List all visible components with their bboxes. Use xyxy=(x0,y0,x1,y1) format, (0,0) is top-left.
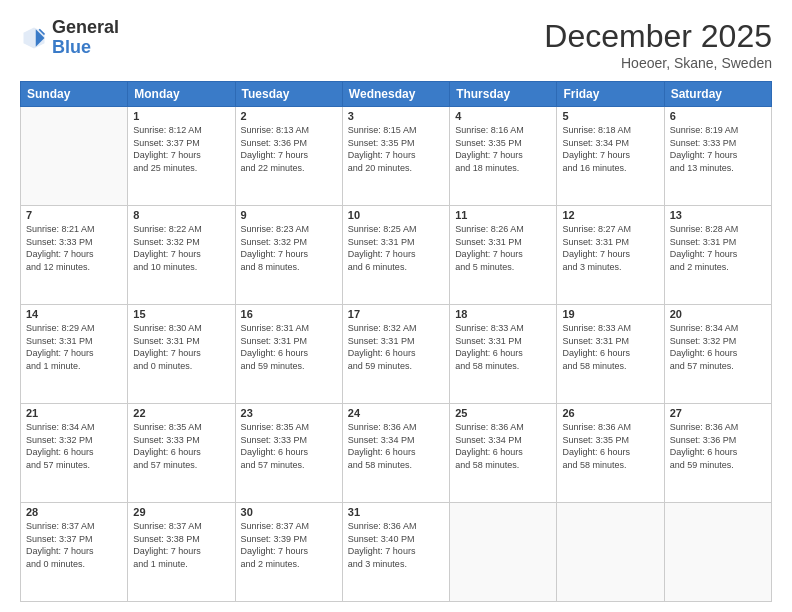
weekday-header-tuesday: Tuesday xyxy=(235,82,342,107)
day-info: Sunrise: 8:21 AM Sunset: 3:33 PM Dayligh… xyxy=(26,223,122,273)
calendar-cell: 16Sunrise: 8:31 AM Sunset: 3:31 PM Dayli… xyxy=(235,305,342,404)
weekday-header-saturday: Saturday xyxy=(664,82,771,107)
weekday-header-friday: Friday xyxy=(557,82,664,107)
day-number: 9 xyxy=(241,209,337,221)
day-info: Sunrise: 8:22 AM Sunset: 3:32 PM Dayligh… xyxy=(133,223,229,273)
calendar-cell xyxy=(557,503,664,602)
calendar-cell: 9Sunrise: 8:23 AM Sunset: 3:32 PM Daylig… xyxy=(235,206,342,305)
day-number: 12 xyxy=(562,209,658,221)
page: General Blue December 2025 Hoeoer, Skane… xyxy=(0,0,792,612)
month-title: December 2025 xyxy=(544,18,772,55)
day-number: 26 xyxy=(562,407,658,419)
calendar-cell: 6Sunrise: 8:19 AM Sunset: 3:33 PM Daylig… xyxy=(664,107,771,206)
day-info: Sunrise: 8:33 AM Sunset: 3:31 PM Dayligh… xyxy=(562,322,658,372)
calendar-cell: 27Sunrise: 8:36 AM Sunset: 3:36 PM Dayli… xyxy=(664,404,771,503)
day-info: Sunrise: 8:15 AM Sunset: 3:35 PM Dayligh… xyxy=(348,124,444,174)
week-row-4: 28Sunrise: 8:37 AM Sunset: 3:37 PM Dayli… xyxy=(21,503,772,602)
day-number: 17 xyxy=(348,308,444,320)
calendar-table: SundayMondayTuesdayWednesdayThursdayFrid… xyxy=(20,81,772,602)
day-info: Sunrise: 8:27 AM Sunset: 3:31 PM Dayligh… xyxy=(562,223,658,273)
calendar-cell xyxy=(21,107,128,206)
calendar-cell: 2Sunrise: 8:13 AM Sunset: 3:36 PM Daylig… xyxy=(235,107,342,206)
week-row-2: 14Sunrise: 8:29 AM Sunset: 3:31 PM Dayli… xyxy=(21,305,772,404)
week-row-0: 1Sunrise: 8:12 AM Sunset: 3:37 PM Daylig… xyxy=(21,107,772,206)
calendar-cell: 29Sunrise: 8:37 AM Sunset: 3:38 PM Dayli… xyxy=(128,503,235,602)
header: General Blue December 2025 Hoeoer, Skane… xyxy=(20,18,772,71)
day-number: 5 xyxy=(562,110,658,122)
day-number: 15 xyxy=(133,308,229,320)
day-info: Sunrise: 8:36 AM Sunset: 3:40 PM Dayligh… xyxy=(348,520,444,570)
logo-icon xyxy=(20,24,48,52)
calendar-cell: 21Sunrise: 8:34 AM Sunset: 3:32 PM Dayli… xyxy=(21,404,128,503)
day-info: Sunrise: 8:36 AM Sunset: 3:34 PM Dayligh… xyxy=(455,421,551,471)
calendar-cell: 1Sunrise: 8:12 AM Sunset: 3:37 PM Daylig… xyxy=(128,107,235,206)
week-row-1: 7Sunrise: 8:21 AM Sunset: 3:33 PM Daylig… xyxy=(21,206,772,305)
day-number: 3 xyxy=(348,110,444,122)
day-info: Sunrise: 8:36 AM Sunset: 3:35 PM Dayligh… xyxy=(562,421,658,471)
day-number: 13 xyxy=(670,209,766,221)
calendar-cell xyxy=(450,503,557,602)
day-number: 31 xyxy=(348,506,444,518)
day-info: Sunrise: 8:33 AM Sunset: 3:31 PM Dayligh… xyxy=(455,322,551,372)
day-info: Sunrise: 8:28 AM Sunset: 3:31 PM Dayligh… xyxy=(670,223,766,273)
calendar-cell: 25Sunrise: 8:36 AM Sunset: 3:34 PM Dayli… xyxy=(450,404,557,503)
day-info: Sunrise: 8:37 AM Sunset: 3:38 PM Dayligh… xyxy=(133,520,229,570)
weekday-header-thursday: Thursday xyxy=(450,82,557,107)
day-number: 2 xyxy=(241,110,337,122)
day-info: Sunrise: 8:25 AM Sunset: 3:31 PM Dayligh… xyxy=(348,223,444,273)
weekday-header-row: SundayMondayTuesdayWednesdayThursdayFrid… xyxy=(21,82,772,107)
day-info: Sunrise: 8:23 AM Sunset: 3:32 PM Dayligh… xyxy=(241,223,337,273)
day-number: 7 xyxy=(26,209,122,221)
day-info: Sunrise: 8:37 AM Sunset: 3:37 PM Dayligh… xyxy=(26,520,122,570)
week-row-3: 21Sunrise: 8:34 AM Sunset: 3:32 PM Dayli… xyxy=(21,404,772,503)
day-info: Sunrise: 8:34 AM Sunset: 3:32 PM Dayligh… xyxy=(26,421,122,471)
calendar-cell: 31Sunrise: 8:36 AM Sunset: 3:40 PM Dayli… xyxy=(342,503,449,602)
day-info: Sunrise: 8:32 AM Sunset: 3:31 PM Dayligh… xyxy=(348,322,444,372)
calendar-cell: 24Sunrise: 8:36 AM Sunset: 3:34 PM Dayli… xyxy=(342,404,449,503)
day-number: 29 xyxy=(133,506,229,518)
day-number: 23 xyxy=(241,407,337,419)
calendar-cell: 12Sunrise: 8:27 AM Sunset: 3:31 PM Dayli… xyxy=(557,206,664,305)
day-number: 25 xyxy=(455,407,551,419)
day-number: 10 xyxy=(348,209,444,221)
weekday-header-monday: Monday xyxy=(128,82,235,107)
logo-text: General Blue xyxy=(52,18,119,58)
calendar-cell: 13Sunrise: 8:28 AM Sunset: 3:31 PM Dayli… xyxy=(664,206,771,305)
day-number: 20 xyxy=(670,308,766,320)
day-info: Sunrise: 8:12 AM Sunset: 3:37 PM Dayligh… xyxy=(133,124,229,174)
calendar-cell: 11Sunrise: 8:26 AM Sunset: 3:31 PM Dayli… xyxy=(450,206,557,305)
day-number: 8 xyxy=(133,209,229,221)
day-info: Sunrise: 8:26 AM Sunset: 3:31 PM Dayligh… xyxy=(455,223,551,273)
calendar-cell: 5Sunrise: 8:18 AM Sunset: 3:34 PM Daylig… xyxy=(557,107,664,206)
calendar-cell: 8Sunrise: 8:22 AM Sunset: 3:32 PM Daylig… xyxy=(128,206,235,305)
day-info: Sunrise: 8:31 AM Sunset: 3:31 PM Dayligh… xyxy=(241,322,337,372)
day-number: 6 xyxy=(670,110,766,122)
calendar-cell: 10Sunrise: 8:25 AM Sunset: 3:31 PM Dayli… xyxy=(342,206,449,305)
day-number: 18 xyxy=(455,308,551,320)
calendar-cell: 23Sunrise: 8:35 AM Sunset: 3:33 PM Dayli… xyxy=(235,404,342,503)
calendar-cell: 22Sunrise: 8:35 AM Sunset: 3:33 PM Dayli… xyxy=(128,404,235,503)
weekday-header-wednesday: Wednesday xyxy=(342,82,449,107)
calendar-cell: 14Sunrise: 8:29 AM Sunset: 3:31 PM Dayli… xyxy=(21,305,128,404)
day-info: Sunrise: 8:16 AM Sunset: 3:35 PM Dayligh… xyxy=(455,124,551,174)
calendar-cell: 15Sunrise: 8:30 AM Sunset: 3:31 PM Dayli… xyxy=(128,305,235,404)
calendar-cell: 19Sunrise: 8:33 AM Sunset: 3:31 PM Dayli… xyxy=(557,305,664,404)
calendar-cell: 7Sunrise: 8:21 AM Sunset: 3:33 PM Daylig… xyxy=(21,206,128,305)
logo: General Blue xyxy=(20,18,119,58)
day-number: 19 xyxy=(562,308,658,320)
calendar-cell: 30Sunrise: 8:37 AM Sunset: 3:39 PM Dayli… xyxy=(235,503,342,602)
logo-blue: Blue xyxy=(52,38,119,58)
day-number: 11 xyxy=(455,209,551,221)
calendar-cell: 4Sunrise: 8:16 AM Sunset: 3:35 PM Daylig… xyxy=(450,107,557,206)
day-info: Sunrise: 8:36 AM Sunset: 3:36 PM Dayligh… xyxy=(670,421,766,471)
calendar-cell: 26Sunrise: 8:36 AM Sunset: 3:35 PM Dayli… xyxy=(557,404,664,503)
day-number: 22 xyxy=(133,407,229,419)
calendar-cell: 28Sunrise: 8:37 AM Sunset: 3:37 PM Dayli… xyxy=(21,503,128,602)
day-info: Sunrise: 8:35 AM Sunset: 3:33 PM Dayligh… xyxy=(133,421,229,471)
day-number: 28 xyxy=(26,506,122,518)
title-block: December 2025 Hoeoer, Skane, Sweden xyxy=(544,18,772,71)
day-info: Sunrise: 8:37 AM Sunset: 3:39 PM Dayligh… xyxy=(241,520,337,570)
calendar-cell: 3Sunrise: 8:15 AM Sunset: 3:35 PM Daylig… xyxy=(342,107,449,206)
day-info: Sunrise: 8:18 AM Sunset: 3:34 PM Dayligh… xyxy=(562,124,658,174)
day-number: 14 xyxy=(26,308,122,320)
